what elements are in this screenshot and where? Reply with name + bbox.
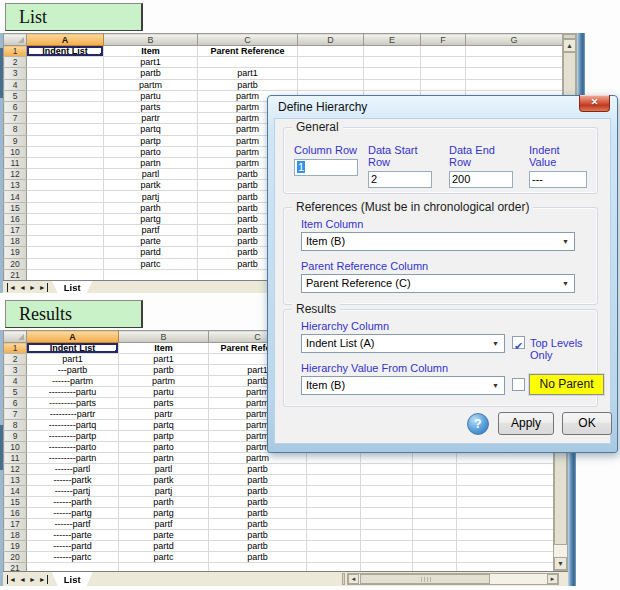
- cell-A19[interactable]: ------partd: [27, 541, 119, 552]
- cell-A6[interactable]: [27, 101, 104, 112]
- cell-F17[interactable]: [413, 519, 457, 530]
- cell-A20[interactable]: [27, 258, 104, 269]
- cell-G14[interactable]: [457, 486, 557, 497]
- cell-A7[interactable]: ---------partr: [27, 409, 119, 420]
- cell-C4[interactable]: partb: [198, 79, 298, 90]
- cell-E11[interactable]: [361, 453, 413, 464]
- cell-D11[interactable]: [307, 453, 361, 464]
- indent-value-input[interactable]: ---: [529, 171, 587, 188]
- cell-G4[interactable]: [466, 79, 563, 90]
- cell-A15[interactable]: ------parth: [27, 497, 119, 508]
- cell-G17[interactable]: [457, 519, 557, 530]
- row-header-5[interactable]: 5: [4, 90, 27, 101]
- row-header-15[interactable]: 15: [4, 497, 27, 508]
- nav-prev-icon[interactable]: ◄: [19, 283, 26, 292]
- cell-E20[interactable]: [361, 552, 413, 563]
- sheet-tab-list[interactable]: List: [52, 281, 93, 293]
- row-header-9[interactable]: 9: [4, 431, 27, 442]
- cell-A5[interactable]: [27, 90, 104, 101]
- cell-D12[interactable]: [307, 464, 361, 475]
- cell-A11[interactable]: [27, 157, 104, 168]
- cell-G2[interactable]: [466, 57, 563, 68]
- cell-B8[interactable]: partq: [104, 124, 198, 135]
- cell-B12[interactable]: partl: [119, 464, 209, 475]
- cell-A10[interactable]: ---------parto: [27, 442, 119, 453]
- column-header-D[interactable]: D: [298, 34, 364, 46]
- cell-B17[interactable]: partf: [104, 225, 198, 236]
- row-header-18[interactable]: 18: [4, 530, 27, 541]
- row-header-21[interactable]: 21: [4, 269, 27, 280]
- row-header-10[interactable]: 10: [4, 442, 27, 453]
- cell-A3[interactable]: [27, 68, 104, 79]
- cell-B11[interactable]: partn: [104, 157, 198, 168]
- cell-A13[interactable]: ------partk: [27, 475, 119, 486]
- row-header-13[interactable]: 13: [4, 475, 27, 486]
- row-header-1[interactable]: 1: [4, 343, 27, 354]
- cell-B6[interactable]: parts: [119, 398, 209, 409]
- row-header-6[interactable]: 6: [4, 101, 27, 112]
- column-header-G[interactable]: G: [466, 34, 563, 46]
- cell-G11[interactable]: [457, 453, 557, 464]
- row-header-17[interactable]: 17: [4, 225, 27, 236]
- cell-B21[interactable]: [104, 269, 198, 280]
- cell-B2[interactable]: part1: [104, 57, 198, 68]
- cell-D17[interactable]: [307, 519, 361, 530]
- row-header-16[interactable]: 16: [4, 213, 27, 224]
- ok-button[interactable]: OK: [562, 412, 612, 435]
- cell-B7[interactable]: partr: [104, 113, 198, 124]
- column-header-A[interactable]: A: [27, 331, 119, 343]
- cell-A17[interactable]: [27, 225, 104, 236]
- cell-B7[interactable]: partr: [119, 409, 209, 420]
- cell-E15[interactable]: [361, 497, 413, 508]
- cell-B1[interactable]: Item: [119, 343, 209, 354]
- cell-D15[interactable]: [307, 497, 361, 508]
- cell-F15[interactable]: [413, 497, 457, 508]
- row-header-2[interactable]: 2: [4, 57, 27, 68]
- close-icon[interactable]: ✕: [579, 95, 610, 112]
- results-hscroll-thumb[interactable]: [360, 574, 490, 584]
- row-header-20[interactable]: 20: [4, 258, 27, 269]
- cell-B10[interactable]: parto: [104, 146, 198, 157]
- cell-C2[interactable]: [198, 57, 298, 68]
- cell-B2[interactable]: part1: [119, 354, 209, 365]
- cell-B15[interactable]: parth: [119, 497, 209, 508]
- cell-A1[interactable]: Indent List: [27, 343, 119, 354]
- row-header-17[interactable]: 17: [4, 519, 27, 530]
- cell-B4[interactable]: partm: [104, 79, 198, 90]
- cell-C18[interactable]: partb: [209, 530, 307, 541]
- cell-D4[interactable]: [298, 79, 364, 90]
- cell-A4[interactable]: [27, 79, 104, 90]
- parent-reference-column-dropdown[interactable]: Parent Reference (C) ▼: [301, 274, 575, 293]
- cell-E18[interactable]: [361, 530, 413, 541]
- row-header-14[interactable]: 14: [4, 486, 27, 497]
- cell-A2[interactable]: part1: [27, 354, 119, 365]
- row-header-19[interactable]: 19: [4, 541, 27, 552]
- cell-G19[interactable]: [457, 541, 557, 552]
- cell-D13[interactable]: [307, 475, 361, 486]
- cell-G3[interactable]: [466, 68, 563, 79]
- cell-B17[interactable]: partf: [119, 519, 209, 530]
- cell-A2[interactable]: [27, 57, 104, 68]
- cell-D20[interactable]: [307, 552, 361, 563]
- nav-next-icon[interactable]: ►: [29, 575, 36, 584]
- column-header-A[interactable]: A: [27, 34, 104, 46]
- cell-C14[interactable]: partb: [209, 486, 307, 497]
- cell-F14[interactable]: [413, 486, 457, 497]
- cell-A9[interactable]: ---------partp: [27, 431, 119, 442]
- select-all-corner[interactable]: [4, 34, 27, 46]
- nav-last-icon[interactable]: ►: [39, 575, 48, 584]
- cell-C13[interactable]: partb: [209, 475, 307, 486]
- scroll-right-icon[interactable]: ►: [547, 574, 558, 584]
- cell-C3[interactable]: part1: [198, 68, 298, 79]
- cell-A15[interactable]: [27, 202, 104, 213]
- cell-G16[interactable]: [457, 508, 557, 519]
- nav-prev-icon[interactable]: ◄: [19, 575, 26, 584]
- data-start-row-input[interactable]: 2: [368, 171, 432, 188]
- hierarchy-column-dropdown[interactable]: Indent List (A) ▼: [301, 334, 505, 353]
- row-header-4[interactable]: 4: [4, 79, 27, 90]
- sheet-tab-list[interactable]: List: [52, 572, 93, 586]
- cell-G13[interactable]: [457, 475, 557, 486]
- cell-B13[interactable]: partk: [104, 180, 198, 191]
- cell-A20[interactable]: ------partc: [27, 552, 119, 563]
- cell-B14[interactable]: partj: [104, 191, 198, 202]
